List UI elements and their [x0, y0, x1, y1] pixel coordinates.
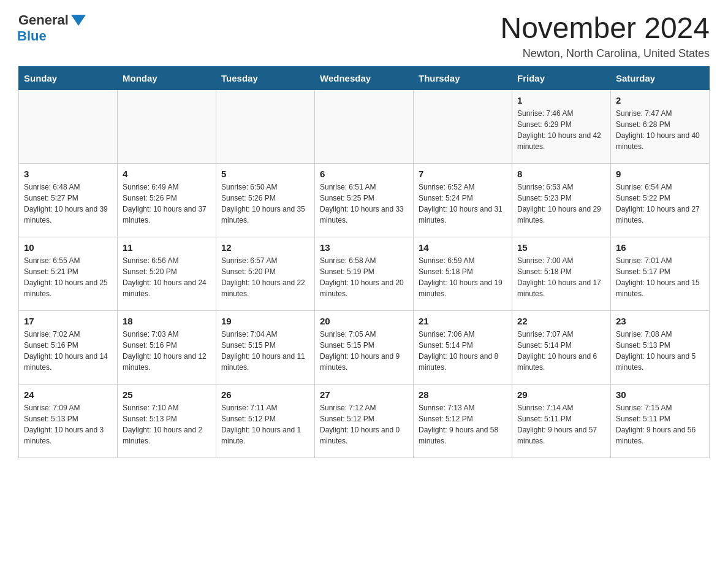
day-number: 17	[24, 316, 112, 326]
calendar-cell	[118, 90, 216, 163]
calendar-header: SundayMondayTuesdayWednesdayThursdayFrid…	[19, 66, 710, 90]
day-number: 4	[123, 169, 211, 179]
day-number: 5	[221, 169, 309, 179]
calendar-table: SundayMondayTuesdayWednesdayThursdayFrid…	[18, 66, 710, 458]
day-number: 6	[320, 169, 408, 179]
day-number: 9	[616, 169, 704, 179]
sun-info: Sunrise: 6:52 AMSunset: 5:24 PMDaylight:…	[419, 182, 507, 226]
sun-info: Sunrise: 6:49 AMSunset: 5:26 PMDaylight:…	[123, 182, 211, 226]
calendar-cell: 10Sunrise: 6:55 AMSunset: 5:21 PMDayligh…	[19, 237, 118, 310]
calendar-cell	[216, 90, 315, 163]
calendar-cell: 29Sunrise: 7:14 AMSunset: 5:11 PMDayligh…	[512, 384, 611, 458]
calendar-cell	[19, 90, 118, 163]
month-title: November 2024	[500, 12, 710, 45]
sun-info: Sunrise: 7:13 AMSunset: 5:12 PMDaylight:…	[419, 402, 507, 446]
sun-info: Sunrise: 7:46 AMSunset: 6:29 PMDaylight:…	[517, 108, 605, 152]
calendar-cell: 26Sunrise: 7:11 AMSunset: 5:12 PMDayligh…	[216, 384, 315, 458]
sun-info: Sunrise: 6:54 AMSunset: 5:22 PMDaylight:…	[616, 182, 704, 226]
logo-general-text: General	[18, 12, 69, 28]
weekday-header-saturday: Saturday	[611, 66, 710, 90]
calendar-week-row: 24Sunrise: 7:09 AMSunset: 5:13 PMDayligh…	[19, 384, 710, 458]
calendar-cell: 24Sunrise: 7:09 AMSunset: 5:13 PMDayligh…	[19, 384, 118, 458]
sun-info: Sunrise: 7:15 AMSunset: 5:11 PMDaylight:…	[616, 402, 704, 446]
calendar-cell: 15Sunrise: 7:00 AMSunset: 5:18 PMDayligh…	[512, 237, 611, 310]
day-number: 3	[24, 169, 112, 179]
day-number: 23	[616, 316, 704, 326]
day-number: 20	[320, 316, 408, 326]
calendar-cell: 1Sunrise: 7:46 AMSunset: 6:29 PMDaylight…	[512, 90, 611, 163]
logo-triangle-icon	[71, 15, 86, 26]
sun-info: Sunrise: 7:03 AMSunset: 5:16 PMDaylight:…	[123, 329, 211, 373]
calendar-week-row: 17Sunrise: 7:02 AMSunset: 5:16 PMDayligh…	[19, 310, 710, 384]
calendar-cell: 5Sunrise: 6:50 AMSunset: 5:26 PMDaylight…	[216, 163, 315, 237]
calendar-week-row: 1Sunrise: 7:46 AMSunset: 6:29 PMDaylight…	[19, 90, 710, 163]
calendar-cell: 4Sunrise: 6:49 AMSunset: 5:26 PMDaylight…	[118, 163, 216, 237]
sun-info: Sunrise: 6:56 AMSunset: 5:20 PMDaylight:…	[123, 255, 211, 299]
calendar-body: 1Sunrise: 7:46 AMSunset: 6:29 PMDaylight…	[19, 90, 710, 458]
calendar-cell: 20Sunrise: 7:05 AMSunset: 5:15 PMDayligh…	[315, 310, 414, 384]
sun-info: Sunrise: 6:59 AMSunset: 5:18 PMDaylight:…	[419, 255, 507, 299]
sun-info: Sunrise: 7:08 AMSunset: 5:13 PMDaylight:…	[616, 329, 704, 373]
day-number: 21	[419, 316, 507, 326]
calendar-cell: 22Sunrise: 7:07 AMSunset: 5:14 PMDayligh…	[512, 310, 611, 384]
weekday-header-monday: Monday	[118, 66, 216, 90]
calendar-cell	[414, 90, 512, 163]
calendar-cell: 13Sunrise: 6:58 AMSunset: 5:19 PMDayligh…	[315, 237, 414, 310]
logo-blue-text: Blue	[17, 28, 47, 44]
calendar-cell: 6Sunrise: 6:51 AMSunset: 5:25 PMDaylight…	[315, 163, 414, 237]
sun-info: Sunrise: 7:07 AMSunset: 5:14 PMDaylight:…	[517, 329, 605, 373]
calendar-cell: 27Sunrise: 7:12 AMSunset: 5:12 PMDayligh…	[315, 384, 414, 458]
sun-info: Sunrise: 7:11 AMSunset: 5:12 PMDaylight:…	[221, 402, 309, 446]
sun-info: Sunrise: 6:58 AMSunset: 5:19 PMDaylight:…	[320, 255, 408, 299]
sun-info: Sunrise: 7:00 AMSunset: 5:18 PMDaylight:…	[517, 255, 605, 299]
day-number: 26	[221, 389, 309, 400]
calendar-cell: 3Sunrise: 6:48 AMSunset: 5:27 PMDaylight…	[19, 163, 118, 237]
calendar-cell: 21Sunrise: 7:06 AMSunset: 5:14 PMDayligh…	[414, 310, 512, 384]
day-number: 11	[123, 242, 211, 253]
sun-info: Sunrise: 7:05 AMSunset: 5:15 PMDaylight:…	[320, 329, 408, 373]
sun-info: Sunrise: 7:09 AMSunset: 5:13 PMDaylight:…	[24, 402, 112, 446]
day-number: 14	[419, 242, 507, 253]
weekday-header-row: SundayMondayTuesdayWednesdayThursdayFrid…	[19, 66, 710, 90]
sun-info: Sunrise: 6:48 AMSunset: 5:27 PMDaylight:…	[24, 182, 112, 226]
sun-info: Sunrise: 7:47 AMSunset: 6:28 PMDaylight:…	[616, 108, 704, 152]
sun-info: Sunrise: 6:53 AMSunset: 5:23 PMDaylight:…	[517, 182, 605, 226]
sun-info: Sunrise: 6:57 AMSunset: 5:20 PMDaylight:…	[221, 255, 309, 299]
calendar-cell: 25Sunrise: 7:10 AMSunset: 5:13 PMDayligh…	[118, 384, 216, 458]
day-number: 13	[320, 242, 408, 253]
sun-info: Sunrise: 6:50 AMSunset: 5:26 PMDaylight:…	[221, 182, 309, 226]
sun-info: Sunrise: 7:04 AMSunset: 5:15 PMDaylight:…	[221, 329, 309, 373]
calendar-cell: 17Sunrise: 7:02 AMSunset: 5:16 PMDayligh…	[19, 310, 118, 384]
day-number: 25	[123, 389, 211, 400]
day-number: 29	[517, 389, 605, 400]
title-block: November 2024 Newton, North Carolina, Un…	[500, 12, 710, 60]
calendar-cell: 30Sunrise: 7:15 AMSunset: 5:11 PMDayligh…	[611, 384, 710, 458]
weekday-header-tuesday: Tuesday	[216, 66, 315, 90]
calendar-cell: 14Sunrise: 6:59 AMSunset: 5:18 PMDayligh…	[414, 237, 512, 310]
sun-info: Sunrise: 7:10 AMSunset: 5:13 PMDaylight:…	[123, 402, 211, 446]
weekday-header-thursday: Thursday	[414, 66, 512, 90]
calendar-cell: 2Sunrise: 7:47 AMSunset: 6:28 PMDaylight…	[611, 90, 710, 163]
calendar-cell: 23Sunrise: 7:08 AMSunset: 5:13 PMDayligh…	[611, 310, 710, 384]
sun-info: Sunrise: 7:14 AMSunset: 5:11 PMDaylight:…	[517, 402, 605, 446]
calendar-cell: 16Sunrise: 7:01 AMSunset: 5:17 PMDayligh…	[611, 237, 710, 310]
day-number: 10	[24, 242, 112, 253]
weekday-header-sunday: Sunday	[19, 66, 118, 90]
calendar-cell: 19Sunrise: 7:04 AMSunset: 5:15 PMDayligh…	[216, 310, 315, 384]
logo: General Blue	[18, 12, 86, 44]
calendar-cell: 18Sunrise: 7:03 AMSunset: 5:16 PMDayligh…	[118, 310, 216, 384]
weekday-header-friday: Friday	[512, 66, 611, 90]
day-number: 7	[419, 169, 507, 179]
calendar-cell: 28Sunrise: 7:13 AMSunset: 5:12 PMDayligh…	[414, 384, 512, 458]
calendar-cell	[315, 90, 414, 163]
calendar-cell: 9Sunrise: 6:54 AMSunset: 5:22 PMDaylight…	[611, 163, 710, 237]
calendar-cell: 11Sunrise: 6:56 AMSunset: 5:20 PMDayligh…	[118, 237, 216, 310]
day-number: 1	[517, 95, 605, 105]
day-number: 2	[616, 95, 704, 105]
day-number: 12	[221, 242, 309, 253]
sun-info: Sunrise: 6:55 AMSunset: 5:21 PMDaylight:…	[24, 255, 112, 299]
page-header: General Blue November 2024 Newton, North…	[18, 12, 710, 60]
sun-info: Sunrise: 7:01 AMSunset: 5:17 PMDaylight:…	[616, 255, 704, 299]
location-subtitle: Newton, North Carolina, United States	[500, 47, 710, 60]
day-number: 24	[24, 389, 112, 400]
